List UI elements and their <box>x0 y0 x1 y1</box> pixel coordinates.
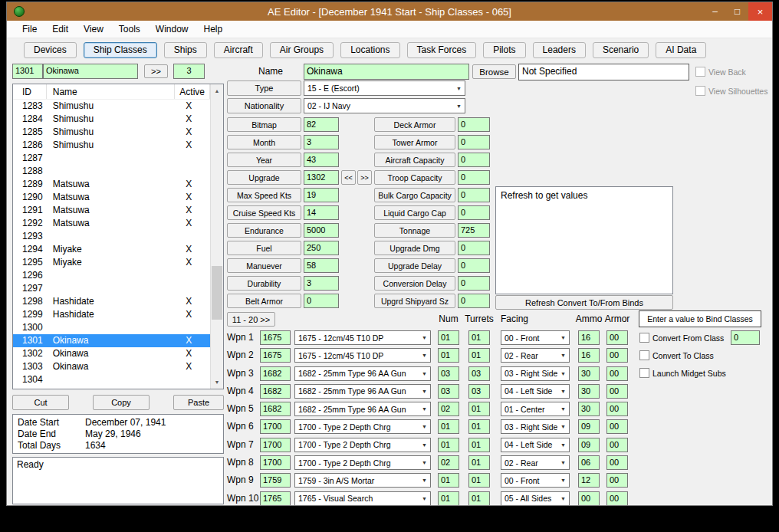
facing-dropdown[interactable]: 04 - Left Side ▼ <box>501 438 570 452</box>
weapon-turrets-field[interactable]: 03 <box>468 384 490 399</box>
weapon-id-field[interactable]: 1675 <box>260 330 291 345</box>
weapon-id-field[interactable]: 1682 <box>260 384 291 399</box>
stat-label-button[interactable]: Conversion Delay <box>374 276 455 291</box>
weapon-ammo-field[interactable]: 00 <box>578 491 600 506</box>
stat-label-button[interactable]: Fuel <box>227 241 301 255</box>
weapon-armor-field[interactable]: 00 <box>606 366 628 381</box>
copy-button[interactable]: Copy <box>93 395 150 410</box>
facing-dropdown[interactable]: 05 - All Sides ▼ <box>501 491 570 506</box>
facing-dropdown[interactable]: 04 - Left Side ▼ <box>501 384 570 399</box>
class-list-row[interactable]: 1292 Matsuwa X <box>13 217 210 230</box>
stat-value-field[interactable]: 5000 <box>304 223 339 238</box>
weapon-dropdown[interactable]: 1682 - 25mm Type 96 AA Gun ▼ <box>294 402 431 416</box>
stat-value-field[interactable]: 725 <box>458 223 490 238</box>
tab-button[interactable]: Ship Classes <box>84 42 157 58</box>
stat-label-button[interactable]: Year <box>227 153 301 167</box>
class-list-row[interactable]: 1286 Shimushu X <box>13 139 210 152</box>
stat-value-field[interactable]: 3 <box>304 135 339 149</box>
class-list-row[interactable]: 1301 Okinawa X <box>13 334 210 347</box>
stat-label-button[interactable]: Endurance <box>227 223 301 238</box>
weapon-num-field[interactable]: 03 <box>438 366 459 381</box>
tab-button[interactable]: Pilots <box>483 42 525 58</box>
menu-item[interactable]: View <box>76 21 111 37</box>
type-label-button[interactable]: Type <box>227 80 301 96</box>
weapon-ammo-field[interactable]: 06 <box>578 455 600 470</box>
weapon-dropdown[interactable]: 1675 - 12cm/45 T10 DP ▼ <box>294 348 431 363</box>
refresh-binds-button[interactable]: Refresh Convert To/From Binds <box>495 295 673 310</box>
weapon-dropdown[interactable]: 1675 - 12cm/45 T10 DP ▼ <box>294 330 431 345</box>
stat-label-button[interactable]: Bitmap <box>227 117 301 132</box>
stat-value-field[interactable]: 0 <box>458 153 490 167</box>
stat-label-button[interactable]: Belt Armor <box>227 294 301 308</box>
convert-from-class-checkbox[interactable]: Convert From Class <box>639 333 724 343</box>
class-list-row[interactable]: 1300 <box>13 321 210 334</box>
weapon-num-field[interactable]: 01 <box>438 491 459 506</box>
tab-button[interactable]: Task Forces <box>407 42 477 58</box>
weapon-turrets-field[interactable]: 03 <box>468 366 490 381</box>
tab-button[interactable]: Ships <box>164 42 207 58</box>
upgrade-prev-button[interactable]: << <box>341 170 356 185</box>
weapon-ammo-field[interactable]: 16 <box>578 348 600 363</box>
convert-to-class-checkbox[interactable]: Convert To Class <box>639 350 714 360</box>
weapon-num-field[interactable]: 01 <box>438 419 459 434</box>
stat-value-field[interactable]: 0 <box>458 205 490 220</box>
weapon-dropdown[interactable]: 1765 - Visual Search ▼ <box>294 491 431 506</box>
class-name-field[interactable]: Okinawa <box>43 64 138 79</box>
upgrade-next-button[interactable]: >> <box>357 170 372 185</box>
stat-value-field[interactable]: 0 <box>458 258 490 273</box>
scrollbar-thumb[interactable] <box>212 266 222 320</box>
weapon-id-field[interactable]: 1700 <box>260 438 291 452</box>
weapon-id-field[interactable]: 1759 <box>260 473 291 488</box>
stat-label-button[interactable]: Tower Armor <box>374 135 455 149</box>
weapon-armor-field[interactable]: 00 <box>606 491 628 506</box>
weapon-turrets-field[interactable]: 01 <box>468 419 490 434</box>
class-list-row[interactable]: 1289 Matsuwa X <box>13 178 210 191</box>
weapon-turrets-field[interactable]: 01 <box>468 402 490 416</box>
weapon-id-field[interactable]: 1700 <box>260 455 291 470</box>
class-list-row[interactable]: 1287 <box>13 152 210 165</box>
class-list-row[interactable]: 1302 Okinawa X <box>13 347 210 360</box>
weapon-dropdown[interactable]: 1682 - 25mm Type 96 AA Gun ▼ <box>294 366 431 381</box>
weapon-armor-field[interactable]: 00 <box>606 419 628 434</box>
stat-value-field[interactable]: 82 <box>304 117 339 132</box>
weapon-ammo-field[interactable]: 30 <box>578 366 600 381</box>
tab-button[interactable]: Locations <box>340 42 399 58</box>
stat-label-button[interactable]: Manuever <box>227 258 301 273</box>
weapon-id-field[interactable]: 1682 <box>260 402 291 416</box>
nationality-dropdown[interactable]: 02 - IJ Navy ▼ <box>304 98 465 113</box>
weapon-ammo-field[interactable]: 12 <box>578 473 600 488</box>
stat-label-button[interactable]: Liquid Cargo Cap <box>374 205 455 220</box>
stat-label-button[interactable]: Deck Armor <box>374 117 455 132</box>
class-list-row[interactable]: 1293 <box>13 230 210 243</box>
stat-value-field[interactable]: 0 <box>304 294 339 308</box>
weapon-dropdown[interactable]: 1682 - 25mm Type 96 AA Gun ▼ <box>294 384 431 399</box>
bind-value-field[interactable]: 0 <box>731 330 760 345</box>
class-list-row[interactable]: 1290 Matsuwa X <box>13 191 210 204</box>
scroll-down-icon[interactable]: ▼ <box>211 376 223 389</box>
weapon-dropdown[interactable]: 1759 - 3in A/S Mortar ▼ <box>294 473 431 488</box>
view-back-checkbox[interactable]: View Back <box>695 67 746 77</box>
facing-dropdown[interactable]: 00 - Front ▼ <box>501 473 570 488</box>
class-list-scrollbar[interactable]: ▲ ▼ <box>210 84 223 389</box>
weapon-dropdown[interactable]: 1700 - Type 2 Depth Chrg ▼ <box>294 438 431 452</box>
weapon-armor-field[interactable]: 00 <box>606 348 628 363</box>
weapon-armor-field[interactable]: 00 <box>606 438 628 452</box>
weapon-armor-field[interactable]: 00 <box>606 455 628 470</box>
tab-button[interactable]: Aircraft <box>214 42 263 58</box>
type-dropdown[interactable]: 15 - E (Escort) ▼ <box>304 80 465 96</box>
stat-label-button[interactable]: Tonnage <box>374 223 455 238</box>
stat-value-field[interactable]: 19 <box>304 188 339 202</box>
stat-label-button[interactable]: Upgrd Shipyard Sz <box>374 294 455 308</box>
tab-button[interactable]: Leaders <box>533 42 586 58</box>
class-list-row[interactable]: 1303 Okinawa X <box>13 360 210 373</box>
class-list-row[interactable]: 1295 Miyake X <box>13 256 210 269</box>
stat-label-button[interactable]: Bulk Cargo Capacity <box>374 188 455 202</box>
stat-value-field[interactable]: 3 <box>304 276 339 291</box>
view-silhouettes-checkbox[interactable]: View Silhouettes <box>695 86 767 96</box>
next-class-button[interactable]: >> <box>144 64 168 78</box>
weapon-turrets-field[interactable]: 01 <box>468 473 490 488</box>
stat-value-field[interactable]: 0 <box>458 276 490 291</box>
facing-dropdown[interactable]: 02 - Rear ▼ <box>501 455 570 470</box>
menu-item[interactable]: Edit <box>44 21 76 37</box>
close-button[interactable]: × <box>748 2 772 21</box>
